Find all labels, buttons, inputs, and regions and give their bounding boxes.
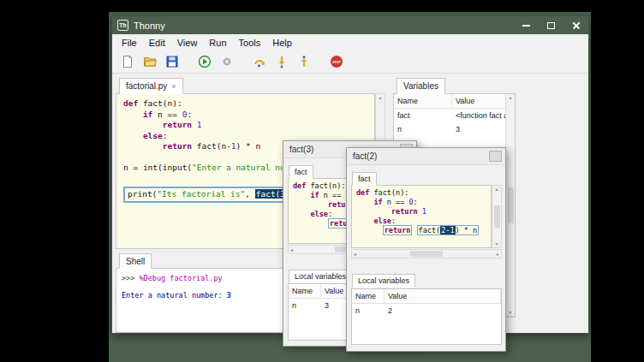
locals-header: Name Value xyxy=(352,289,501,304)
local-variables-panel: Name Value n2 xyxy=(351,288,502,345)
close-button[interactable] xyxy=(564,16,588,34)
title-bar[interactable]: Th Thonny xyxy=(112,16,588,34)
frame-code: def fact(n): if n == 0: return 1 else: r… xyxy=(352,186,491,235)
debug-script-icon[interactable] xyxy=(218,53,236,70)
scroll-up-icon[interactable]: ▲ xyxy=(379,95,383,100)
tab-label: fact xyxy=(358,175,371,183)
table-row[interactable]: fact<function fact a xyxy=(394,109,515,122)
frame-title-bar[interactable]: fact(2) xyxy=(347,148,505,165)
stack-frame-window-fact2: fact(2) fact def fact(n): if n == 0: ret… xyxy=(346,147,506,352)
tab-local-variables[interactable]: Local variables xyxy=(352,274,415,288)
tab-label: Local variables xyxy=(358,276,409,285)
menu-edit[interactable]: Edit xyxy=(143,38,171,48)
frame-close-button[interactable] xyxy=(489,151,502,162)
window-title: Thonny xyxy=(134,21,165,31)
save-file-icon[interactable] xyxy=(164,53,181,70)
tab-variables[interactable]: Variables xyxy=(397,78,445,94)
tab-shell[interactable]: Shell xyxy=(119,253,152,269)
thonny-logo-icon: Th xyxy=(117,20,128,31)
screenshot-stage: Th Thonny File Edit View Run Tools Help xyxy=(0,0,644,362)
column-header-name[interactable]: Name xyxy=(289,284,321,298)
menu-view[interactable]: View xyxy=(171,38,204,48)
locals-rows: n2 xyxy=(352,304,501,317)
maximize-button[interactable] xyxy=(539,16,564,34)
scroll-down-icon[interactable]: ▼ xyxy=(509,310,513,315)
tab-label: Local variables xyxy=(295,272,346,281)
tab-factorial-py[interactable]: factorial.py × xyxy=(119,78,183,94)
tab-label: factorial.py xyxy=(126,81,167,91)
variables-rows: fact<function fact an3 xyxy=(394,109,515,136)
frame-title: fact(3) xyxy=(289,145,313,154)
scroll-up-icon[interactable]: ▲ xyxy=(495,187,499,192)
tab-fact[interactable]: fact xyxy=(289,165,313,179)
open-file-icon[interactable] xyxy=(141,53,158,70)
maximize-icon xyxy=(547,22,555,29)
column-header-name[interactable]: Name xyxy=(352,289,385,303)
scroll-left-icon[interactable]: ◄ xyxy=(289,247,294,252)
menu-bar: File Edit View Run Tools Help xyxy=(112,34,588,50)
tab-local-variables[interactable]: Local variables xyxy=(289,270,352,283)
step-out-icon[interactable] xyxy=(295,53,313,70)
scroll-up-icon[interactable]: ▲ xyxy=(509,95,513,100)
minimize-button[interactable] xyxy=(514,16,539,34)
frame-vertical-scrollbar[interactable]: ▲ ▼ xyxy=(492,185,502,248)
scroll-right-icon[interactable]: ► xyxy=(496,252,500,257)
table-row[interactable]: n3 xyxy=(394,122,515,136)
menu-help[interactable]: Help xyxy=(266,38,298,48)
frame-title: fact(2) xyxy=(353,151,377,161)
scroll-thumb[interactable] xyxy=(508,187,514,223)
step-over-icon[interactable] xyxy=(251,53,268,70)
new-file-icon[interactable] xyxy=(119,53,136,70)
variables-header: Name Value xyxy=(394,94,515,109)
scroll-thumb[interactable] xyxy=(410,251,443,257)
tab-close-icon[interactable]: × xyxy=(171,82,176,91)
scroll-left-icon[interactable]: ◄ xyxy=(353,252,357,257)
scroll-down-icon[interactable]: ▼ xyxy=(495,241,499,246)
step-into-icon[interactable] xyxy=(273,53,290,70)
frame-code-view[interactable]: def fact(n): if n == 0: return 1 else: r… xyxy=(351,185,492,248)
toolbar: STOP xyxy=(112,50,588,74)
menu-tools[interactable]: Tools xyxy=(233,38,267,48)
tab-label: Variables xyxy=(403,81,438,91)
tab-label: Shell xyxy=(126,257,145,266)
close-icon xyxy=(572,21,581,30)
run-script-icon[interactable] xyxy=(196,53,213,70)
frame-horizontal-scrollbar[interactable]: ◄ ► xyxy=(351,249,502,258)
variables-vertical-scrollbar[interactable]: ▲ ▼ xyxy=(505,94,515,317)
minimize-icon xyxy=(522,25,530,27)
tab-label: fact xyxy=(295,168,307,176)
menu-file[interactable]: File xyxy=(116,38,143,48)
column-header-value[interactable]: Value xyxy=(385,289,501,303)
column-header-name[interactable]: Name xyxy=(394,94,452,108)
scroll-thumb[interactable] xyxy=(494,205,500,228)
stop-icon[interactable]: STOP xyxy=(328,53,345,70)
table-row[interactable]: n2 xyxy=(352,304,501,317)
tab-fact[interactable]: fact xyxy=(352,172,377,186)
svg-text:STOP: STOP xyxy=(332,61,341,64)
menu-run[interactable]: Run xyxy=(203,38,232,48)
